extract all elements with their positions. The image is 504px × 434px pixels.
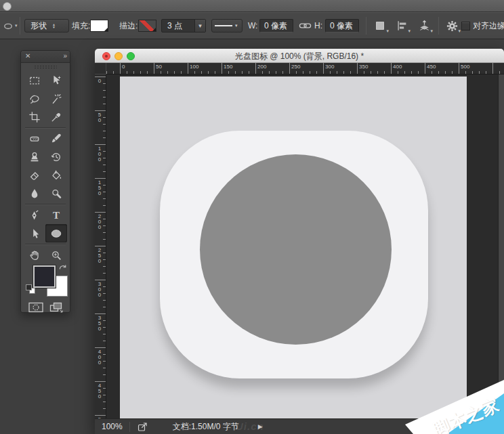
chevron-down-icon: ▾ <box>235 23 238 28</box>
document-info: 文档:1.50M/0 字节 <box>173 421 239 433</box>
tool-blur[interactable] <box>24 184 45 202</box>
lasso-icon <box>28 93 41 105</box>
width-field[interactable]: 0 像素 <box>259 13 293 39</box>
share-icon[interactable] <box>137 421 148 433</box>
vertical-scrollbar[interactable] <box>498 74 504 418</box>
tool-dodge[interactable] <box>45 184 67 202</box>
status-bar: 100% 文档:1.50M/0 字节 ▶ Ui.cn <box>95 418 504 434</box>
ruler-tick <box>95 178 106 179</box>
height-field[interactable]: 0 像素 <box>325 13 359 39</box>
tool-magic-wand[interactable] <box>45 89 67 108</box>
path-operations-icon <box>374 20 386 32</box>
close-icon[interactable]: ✕ <box>25 52 30 60</box>
ruler-tick <box>492 63 493 74</box>
quick-mask-button[interactable] <box>28 301 44 313</box>
swap-colors-icon[interactable] <box>58 264 68 273</box>
ruler-label: 4 0 0 <box>97 349 102 366</box>
collapse-panel-icon[interactable]: » <box>63 52 66 60</box>
canvas[interactable] <box>120 77 467 418</box>
ruler-tick <box>103 361 106 362</box>
ruler-tick <box>181 71 182 74</box>
tool-crop[interactable] <box>24 108 45 126</box>
separator <box>438 17 439 35</box>
document-titlebar[interactable]: 光盘图标 @ 100% (背景, RGB/16) * <box>95 49 504 63</box>
tool-path-selection[interactable] <box>24 224 45 242</box>
path-align-button[interactable]: ▾ <box>393 13 411 39</box>
tool-eyedropper[interactable] <box>45 108 67 126</box>
path-operations-button[interactable]: ▾ <box>371 13 389 39</box>
ruler-tick <box>222 63 222 74</box>
canvas-area[interactable] <box>106 74 504 418</box>
ruler-tick <box>106 71 107 74</box>
ruler-label: 1 0 0 <box>97 146 102 162</box>
shape-mode-dropdown[interactable]: 形状 ▲▼ <box>24 13 69 39</box>
ruler-label: 450 <box>427 64 436 70</box>
geometry-options-button[interactable]: ▾ <box>443 13 461 39</box>
ruler-tick <box>235 71 236 74</box>
tools-panel: ✕ » T <box>20 50 70 313</box>
panel-grip[interactable] <box>21 63 70 70</box>
ruler-tick <box>103 388 106 389</box>
crop-icon <box>28 111 41 123</box>
ruler-tick <box>465 71 466 74</box>
ruler-tick <box>103 225 106 226</box>
tool-zoom[interactable] <box>45 246 67 264</box>
ruler-tick <box>103 374 106 375</box>
document-title: 光盘图标 @ 100% (背景, RGB/16) * <box>95 51 504 62</box>
ellipse-shape-icon <box>49 227 63 240</box>
ruler-tick <box>103 354 106 355</box>
tools-panel-header[interactable]: ✕ » <box>21 51 70 63</box>
fill-swatch[interactable] <box>90 13 108 39</box>
tool-pen[interactable] <box>24 206 45 224</box>
photoshop-workspace: ▾ 形状 ▲▼ 填充: 描边: 3 点 ▼ ▾ <box>0 0 504 434</box>
default-colors-icon[interactable] <box>26 284 35 294</box>
ruler-tick <box>103 368 106 368</box>
ruler-tick <box>276 71 276 74</box>
ruler-tick <box>103 171 106 172</box>
tool-rectangular-marquee[interactable] <box>24 71 45 89</box>
app-titlebar-strip <box>0 0 504 12</box>
zoom-icon <box>50 249 62 261</box>
zoom-level-field[interactable]: 100% <box>95 422 129 431</box>
tool-options-bar: ▾ 形状 ▲▼ 填充: 描边: 3 点 ▼ ▾ <box>0 12 504 39</box>
stroke-swatch[interactable] <box>138 13 156 39</box>
ruler-tick <box>167 71 168 74</box>
tool-clone-stamp[interactable] <box>24 148 45 166</box>
ruler-tick <box>371 71 371 74</box>
ruler-tick <box>445 71 446 74</box>
foreground-color-swatch[interactable] <box>33 265 56 288</box>
ruler-tick <box>486 71 486 74</box>
screen-mode-button[interactable] <box>49 301 64 313</box>
window-button[interactable] <box>3 2 12 11</box>
link-dimensions-button[interactable] <box>299 13 312 39</box>
tool-brush[interactable] <box>45 129 67 148</box>
tool-hand[interactable] <box>24 246 45 264</box>
tool-ellipse-shape[interactable] <box>45 224 67 242</box>
ruler-tick <box>377 71 378 74</box>
tool-eraser[interactable] <box>24 166 45 184</box>
tool-paint-bucket[interactable] <box>45 166 67 184</box>
brush-icon <box>50 133 62 145</box>
horizontal-ruler[interactable]: 050100150200250300350400450500 <box>106 63 504 74</box>
align-edges-checkbox[interactable] <box>461 13 470 39</box>
ruler-tick <box>103 104 106 104</box>
ruler-tick <box>201 71 202 74</box>
tool-history-brush[interactable] <box>45 148 67 166</box>
ruler-tick <box>103 300 106 301</box>
paint-bucket-icon <box>50 169 62 181</box>
stroke-width-combo[interactable]: 3 点 ▼ <box>161 13 206 39</box>
path-selection-icon <box>28 227 41 240</box>
path-arrange-button[interactable]: ▾ <box>415 13 433 39</box>
tool-type[interactable]: T <box>45 206 67 224</box>
ruler-tick <box>103 402 106 402</box>
stroke-type-dropdown[interactable]: ▾ <box>211 13 243 39</box>
vertical-ruler[interactable]: 05 01 0 01 5 02 0 02 5 03 0 03 5 04 0 04… <box>95 74 106 418</box>
tool-move[interactable] <box>45 71 67 89</box>
ruler-tick <box>296 71 297 74</box>
tool-lasso[interactable] <box>24 89 45 108</box>
disc-icon-circle[interactable] <box>200 154 392 345</box>
tool-spot-healing[interactable] <box>24 129 45 148</box>
ruler-label: 100 <box>190 64 198 70</box>
tool-preset-picker[interactable]: ▾ <box>2 13 18 39</box>
ruler-corner[interactable] <box>95 63 106 74</box>
